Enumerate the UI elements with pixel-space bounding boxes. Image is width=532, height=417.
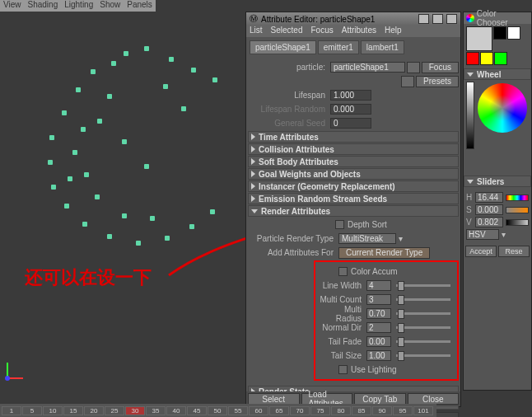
depth-sort-checkbox[interactable]	[335, 220, 344, 229]
tl-45[interactable]: 45	[187, 406, 207, 415]
attribute-editor-panel: Ⓜ Attribute Editor: particleShape1 List …	[245, 12, 461, 407]
tl-95[interactable]: 95	[393, 406, 413, 415]
tl-55[interactable]: 55	[228, 406, 248, 415]
mode-dropdown[interactable]: HSV	[466, 229, 499, 240]
select-button[interactable]: Select	[248, 393, 300, 405]
swatch-yellow[interactable]	[480, 52, 493, 65]
main-menubar: View Shading Lighting Show Panels	[0, 0, 156, 12]
tl-90[interactable]: 90	[372, 406, 392, 415]
section-softbody[interactable]: Soft Body Attributes	[248, 156, 459, 167]
menu-lighting[interactable]: Lighting	[64, 0, 93, 12]
ae-menu-help[interactable]: Help	[385, 26, 402, 37]
copy-tab-button[interactable]: Copy Tab	[354, 393, 406, 405]
close-button[interactable]: Close	[408, 393, 460, 405]
tl-5[interactable]: 5	[22, 406, 42, 415]
menu-view[interactable]: View	[3, 0, 21, 12]
v-field[interactable]: 0.802	[475, 217, 503, 227]
tl-30[interactable]: 30	[125, 406, 145, 415]
tl-35[interactable]: 35	[146, 406, 166, 415]
tl-85[interactable]: 85	[352, 406, 371, 415]
swatch-red[interactable]	[466, 52, 479, 65]
accept-button[interactable]: Accept	[465, 246, 497, 257]
reset-button[interactable]: Rese	[498, 246, 530, 257]
ae-menu-selected[interactable]: Selected	[271, 26, 303, 37]
ae-tabs: particleShape1 emitter1 lambert1	[246, 37, 460, 58]
focus-button[interactable]: Focus	[422, 62, 459, 73]
tl-10[interactable]: 10	[43, 406, 63, 415]
multi-radius-field[interactable]: 0.70	[366, 308, 391, 319]
h-slider[interactable]	[506, 194, 529, 201]
swatch-black[interactable]	[493, 26, 506, 40]
lifespan-field[interactable]: 1.000	[330, 90, 371, 101]
swatch-white[interactable]	[507, 26, 520, 40]
use-lighting-checkbox[interactable]	[338, 365, 348, 374]
tl-1[interactable]: 1	[2, 406, 21, 415]
multi-count-field[interactable]: 3	[366, 294, 391, 305]
menu-show[interactable]: Show	[100, 0, 120, 12]
cc-titlebar[interactable]: Color Chooser	[464, 12, 531, 24]
tl-50[interactable]: 50	[208, 406, 227, 415]
viewport[interactable]: 还可以在设一下	[0, 12, 245, 396]
tab-emitter[interactable]: emitter1	[318, 40, 359, 54]
section-goal[interactable]: Goal Weights and Objects	[248, 168, 459, 180]
ae-menu-focus[interactable]: Focus	[310, 26, 333, 37]
presets-button[interactable]: Presets	[416, 76, 459, 87]
annotation-text: 还可以在设一下	[25, 265, 152, 290]
tl-75[interactable]: 75	[310, 406, 330, 415]
tab-lambert[interactable]: lambert1	[361, 40, 404, 54]
tl-40[interactable]: 40	[166, 406, 186, 415]
swatch-current[interactable]	[466, 26, 492, 51]
tl-101[interactable]: 101	[413, 406, 433, 415]
section-time[interactable]: Time Attributes	[248, 131, 459, 143]
dropdown-arrow-icon[interactable]: ▾	[502, 230, 506, 239]
object-name-field[interactable]: particleShape1	[330, 62, 405, 73]
tab-particleshape[interactable]: particleShape1	[250, 40, 316, 54]
section-instancer[interactable]: Instancer (Geometry Replacement)	[248, 180, 459, 192]
menu-panels[interactable]: Panels	[127, 0, 152, 12]
nav-fwd-button[interactable]	[401, 76, 414, 87]
timeline[interactable]: 1 5 10 15 20 25 30 35 40 45 50 55 60 65 …	[0, 404, 436, 417]
tl-80[interactable]: 80	[331, 406, 351, 415]
section-collision[interactable]: Collision Attributes	[248, 143, 459, 155]
close-button[interactable]	[446, 14, 457, 24]
ae-menu-list[interactable]: List	[250, 26, 263, 37]
color-wheel[interactable]	[478, 83, 527, 133]
cc-wheel-section[interactable]: Wheel	[464, 68, 531, 80]
nav-back-button[interactable]	[407, 62, 420, 73]
menu-shading[interactable]: Shading	[28, 0, 58, 12]
ae-titlebar[interactable]: Ⓜ Attribute Editor: particleShape1	[246, 12, 460, 26]
normal-dir-field[interactable]: 2	[366, 322, 391, 333]
h-field[interactable]: 16.44	[475, 192, 503, 203]
section-render[interactable]: Render Attributes	[248, 205, 459, 217]
render-type-dropdown[interactable]: MultiStreak	[338, 233, 396, 244]
multi-radius-slider[interactable]	[396, 312, 450, 315]
s-field[interactable]: 0.000	[475, 204, 503, 215]
tail-fade-slider[interactable]	[396, 340, 450, 343]
swatch-green[interactable]	[494, 52, 507, 65]
tail-fade-field[interactable]: 0.00	[366, 336, 391, 347]
tail-size-field[interactable]: 1.00	[366, 350, 391, 361]
line-width-slider[interactable]	[396, 284, 450, 287]
tl-15[interactable]: 15	[63, 406, 83, 415]
load-attributes-button[interactable]: Load Attributes	[301, 393, 353, 405]
s-slider[interactable]	[506, 207, 529, 213]
v-slider[interactable]	[506, 219, 529, 226]
minimize-button[interactable]	[418, 14, 429, 24]
line-width-field[interactable]: 4	[366, 280, 391, 291]
multi-count-slider[interactable]	[396, 298, 450, 301]
add-attr-button[interactable]: Current Render Type	[338, 247, 430, 259]
tl-70[interactable]: 70	[290, 406, 310, 415]
section-emission[interactable]: Emission Random Stream Seeds	[248, 193, 459, 204]
tl-20[interactable]: 20	[84, 406, 104, 415]
value-strip[interactable]	[466, 82, 474, 149]
normal-dir-slider[interactable]	[396, 326, 450, 329]
cc-sliders-section[interactable]: Sliders	[464, 176, 531, 187]
tl-65[interactable]: 65	[269, 406, 289, 415]
tail-size-slider[interactable]	[396, 354, 450, 357]
tl-25[interactable]: 25	[105, 406, 124, 415]
maximize-button[interactable]	[432, 14, 443, 24]
dropdown-arrow-icon[interactable]: ▾	[396, 234, 405, 243]
color-accum-checkbox[interactable]	[338, 267, 348, 276]
tl-60[interactable]: 60	[249, 406, 268, 415]
ae-menu-attributes[interactable]: Attributes	[342, 26, 376, 37]
